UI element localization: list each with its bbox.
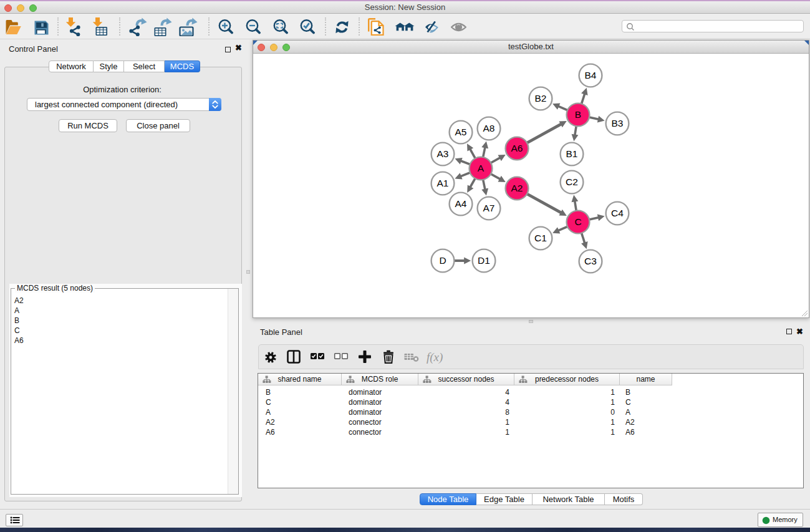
svg-text:C3: C3 xyxy=(584,256,597,266)
svg-text:D1: D1 xyxy=(478,255,490,266)
svg-text:C1: C1 xyxy=(534,233,547,243)
svg-text:A4: A4 xyxy=(455,198,467,209)
svg-text:B4: B4 xyxy=(585,70,597,80)
svg-text:D: D xyxy=(439,255,446,266)
svg-text:A2: A2 xyxy=(511,183,523,193)
svg-text:B: B xyxy=(575,109,581,120)
svg-text:A8: A8 xyxy=(483,123,495,133)
svg-text:B2: B2 xyxy=(535,93,547,104)
svg-text:B3: B3 xyxy=(612,118,624,128)
svg-text:C: C xyxy=(574,216,581,227)
svg-text:B1: B1 xyxy=(566,148,578,159)
svg-text:C2: C2 xyxy=(566,177,578,187)
svg-text:C4: C4 xyxy=(611,208,624,218)
svg-text:A1: A1 xyxy=(437,178,449,188)
svg-text:A3: A3 xyxy=(437,148,449,159)
svg-text:A6: A6 xyxy=(511,143,523,153)
svg-text:A7: A7 xyxy=(483,203,495,213)
svg-text:A5: A5 xyxy=(455,127,467,137)
svg-text:A: A xyxy=(478,163,485,173)
